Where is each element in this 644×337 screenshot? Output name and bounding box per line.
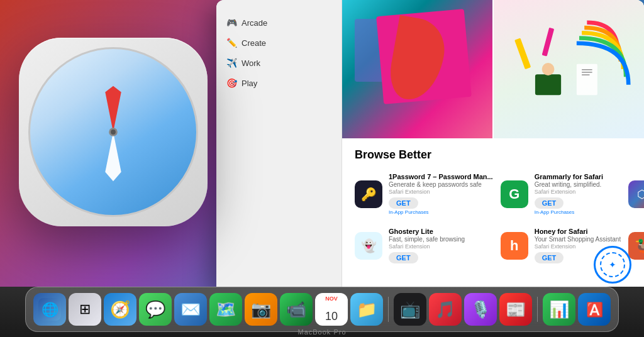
dock-separator <box>388 297 389 322</box>
dock-icon-appstore[interactable]: 🅰️ <box>578 293 611 326</box>
dock-icon-finder[interactable]: 🌐 <box>33 293 66 326</box>
dock-icon-mail[interactable]: ✉️ <box>174 293 207 326</box>
svg-text:🅰️: 🅰️ <box>586 301 604 318</box>
svg-point-11 <box>111 130 116 135</box>
1password-name: 1Password 7 – Password Man... <box>389 173 493 180</box>
dock-icon-news[interactable]: 📰 <box>499 293 532 326</box>
finder-icon: 🌐 <box>38 298 61 321</box>
svg-marker-8 <box>105 86 121 132</box>
app-item-1blocker[interactable]: ⬡ 1Blocker for Safari Block ads, tracker… <box>628 170 644 218</box>
sidebar-item-arcade[interactable]: 🎮 Arcade <box>216 13 341 33</box>
ghostery-icon: 👻 <box>355 232 382 260</box>
svg-point-3 <box>542 63 555 75</box>
work-icon: ✈️ <box>226 58 236 68</box>
dock-icon-podcasts[interactable]: 🎙️ <box>464 293 497 326</box>
ghostery-info: Ghostery Lite Fast, simple, safe browsin… <box>389 228 493 263</box>
1blocker-icon: ⬡ <box>628 180 644 208</box>
safari-app-icon[interactable] <box>19 38 208 226</box>
grammarly-info: Grammarly for Safari Great writing, simp… <box>535 173 621 215</box>
dock-icon-safari[interactable]: 🧭 <box>104 293 136 326</box>
dock: 🌐 ⊞ 🧭 💬 ✉️ 🗺️ 📷 📹 NOV 10 📁 📺 🎵 🎙️ 📰 📊 🅰️ <box>25 287 619 332</box>
bottom-bar: 🌐 ⊞ 🧭 💬 ✉️ 🗺️ 📷 📹 NOV 10 📁 📺 🎵 🎙️ 📰 📊 🅰️… <box>0 287 644 337</box>
dock-icon-files[interactable]: 📁 <box>350 293 383 326</box>
svg-rect-4 <box>577 64 597 95</box>
dock-icon-numbers[interactable]: 📊 <box>543 293 575 326</box>
grammarly-in-app: In-App Purchases <box>535 209 621 215</box>
appstore-icon: 🅰️ <box>584 299 604 319</box>
1password-info: 1Password 7 – Password Man... Generate &… <box>389 173 493 215</box>
dock-icon-appletv[interactable]: 📺 <box>394 293 426 326</box>
play-icon: 🎯 <box>226 78 236 88</box>
accessibility-cursor-icon: ✦ <box>594 246 631 284</box>
dock-icon-facetime[interactable]: 📹 <box>280 293 313 326</box>
1password-icon: 🔑 <box>355 180 382 208</box>
grammarly-category: Safari Extension <box>535 189 621 195</box>
dock-separator-2 <box>537 297 538 322</box>
svg-rect-2 <box>535 74 561 95</box>
dock-icon-messages[interactable]: 💬 <box>139 293 172 326</box>
grammarly-get-btn[interactable]: GET <box>535 197 564 209</box>
svg-text:🌐: 🌐 <box>42 301 59 318</box>
dock-icon-calendar[interactable]: NOV 10 <box>315 293 348 326</box>
app-item-grammarly[interactable]: G Grammarly for Safari Great writing, si… <box>501 170 621 218</box>
banner2-decoration <box>494 0 644 138</box>
dock-icon-launchpad[interactable]: ⊞ <box>69 293 101 326</box>
ghostery-get-btn[interactable]: GET <box>389 252 418 263</box>
safari-icon-container <box>19 38 220 239</box>
section-title: Browse Better <box>355 148 631 162</box>
1password-subtitle: Generate & keep passwords safe <box>389 181 493 188</box>
macbook-label: MacBook Pro <box>297 328 346 336</box>
svg-rect-7 <box>582 74 589 75</box>
1password-get-btn[interactable]: GET <box>389 197 418 209</box>
arcade-label: Arcade <box>242 18 267 28</box>
sidebar-item-create[interactable]: ✏️ Create <box>216 33 341 53</box>
app-item-1password[interactable]: 🔑 1Password 7 – Password Man... Generate… <box>355 170 493 218</box>
cursor-outer-circle: ✦ <box>594 246 631 284</box>
create-label: Create <box>242 38 266 48</box>
work-label: Work <box>242 58 260 68</box>
dock-icon-maps[interactable]: 🗺️ <box>209 293 242 326</box>
honey-icon: h <box>501 232 528 260</box>
honey-subtitle: Your Smart Shopping Assistant <box>535 236 621 243</box>
svg-rect-6 <box>582 72 592 73</box>
cursor-inner-circle: ✦ <box>600 252 625 277</box>
hero-banner-1[interactable] <box>342 0 492 138</box>
safari-compass-face <box>28 47 198 217</box>
sidebar-item-play[interactable]: 🎯 Play <box>216 73 341 93</box>
ghostery-name: Ghostery Lite <box>389 228 493 235</box>
sidebar-item-work[interactable]: ✈️ Work <box>216 53 341 73</box>
app-item-ghostery[interactable]: 👻 Ghostery Lite Fast, simple, safe brows… <box>355 225 493 266</box>
svg-rect-1 <box>542 28 555 57</box>
arcade-icon: 🎮 <box>226 18 236 28</box>
ghostery-subtitle: Fast, simple, safe browsing <box>389 236 493 243</box>
app-store-window: 🎮 Arcade ✏️ Create ✈️ Work 🎯 Play <box>216 0 644 289</box>
dock-icon-music[interactable]: 🎵 <box>429 293 462 326</box>
svg-rect-0 <box>514 38 531 69</box>
app-grid: 🔑 1Password 7 – Password Man... Generate… <box>355 170 631 266</box>
safari-needle-svg <box>30 49 196 215</box>
honey-get-btn[interactable]: GET <box>535 252 564 263</box>
honey-name: Honey for Safari <box>535 228 621 235</box>
svg-rect-5 <box>582 69 592 70</box>
create-icon: ✏️ <box>226 38 236 48</box>
svg-marker-9 <box>105 132 121 181</box>
1password-category: Safari Extension <box>389 189 493 195</box>
grammarly-name: Grammarly for Safari <box>535 173 621 180</box>
hero-section <box>342 0 644 138</box>
hero-banner-2[interactable] <box>494 0 644 138</box>
dock-icon-photos[interactable]: 📷 <box>245 293 277 326</box>
cursor-symbol: ✦ <box>609 260 616 270</box>
play-label: Play <box>242 79 257 88</box>
ghostery-category: Safari Extension <box>389 243 493 250</box>
grammarly-icon: G <box>501 180 528 208</box>
1password-in-app: In-App Purchases <box>389 209 493 215</box>
grammarly-subtitle: Great writing, simplified. <box>535 181 621 188</box>
app-store-sidebar: 🎮 Arcade ✏️ Create ✈️ Work 🎯 Play <box>216 0 342 289</box>
